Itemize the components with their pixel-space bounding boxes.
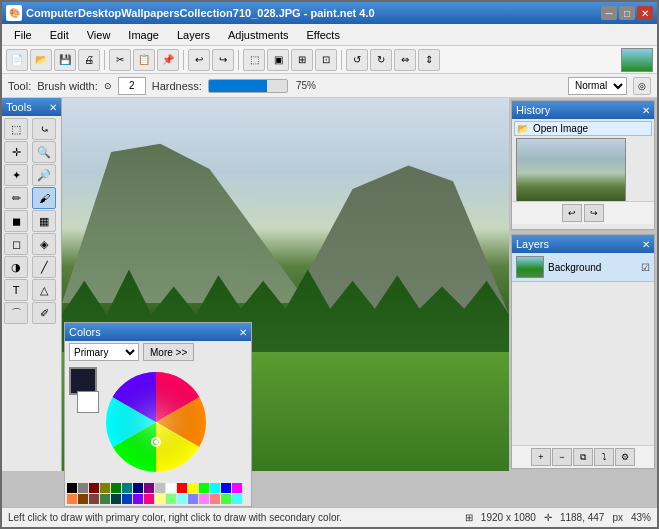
palette-swatch[interactable] (210, 494, 220, 504)
palette-swatch[interactable] (78, 494, 88, 504)
palette-swatch[interactable] (122, 494, 132, 504)
palette-swatch[interactable] (78, 483, 88, 493)
zoom-out-tool[interactable]: 🔎 (32, 164, 56, 186)
menu-image[interactable]: Image (120, 27, 167, 43)
recolor-tool[interactable]: ◑ (4, 256, 28, 278)
save-button[interactable]: 💾 (54, 49, 76, 71)
menu-adjustments[interactable]: Adjustments (220, 27, 297, 43)
redo-button[interactable]: ↪ (212, 49, 234, 71)
print-button[interactable]: 🖨 (78, 49, 100, 71)
menu-edit[interactable]: Edit (42, 27, 77, 43)
layer-properties-button[interactable]: ⚙ (615, 448, 635, 466)
undo-button[interactable]: ↩ (188, 49, 210, 71)
palette-swatch[interactable] (232, 494, 242, 504)
flip-v-button[interactable]: ⇕ (418, 49, 440, 71)
palette-swatch[interactable] (199, 483, 209, 493)
palette-swatch[interactable] (89, 494, 99, 504)
palette-swatch[interactable] (199, 494, 209, 504)
maximize-button[interactable]: □ (619, 6, 635, 20)
magic-wand-tool[interactable]: ✦ (4, 164, 28, 186)
palette-swatch[interactable] (166, 483, 176, 493)
add-layer-button[interactable]: + (531, 448, 551, 466)
close-button[interactable]: ✕ (637, 6, 653, 20)
palette-swatch[interactable] (67, 494, 77, 504)
text-tool[interactable]: T (4, 279, 28, 301)
palette-swatch[interactable] (111, 494, 121, 504)
flip-h-button[interactable]: ⇔ (394, 49, 416, 71)
more-colors-button[interactable]: More >> (143, 343, 194, 361)
palette-swatch[interactable] (133, 494, 143, 504)
rotate-right-button[interactable]: ↻ (370, 49, 392, 71)
gradient-tool[interactable]: ▦ (32, 210, 56, 232)
palette-swatch[interactable] (210, 483, 220, 493)
pencil-tool[interactable]: ✏ (4, 187, 28, 209)
freeform-tool[interactable]: ✐ (32, 302, 56, 324)
new-button[interactable]: 📄 (6, 49, 28, 71)
duplicate-layer-button[interactable]: ⧉ (573, 448, 593, 466)
select-lasso-tool[interactable]: ⤿ (32, 118, 56, 140)
blend-mode-select[interactable]: Normal (568, 77, 627, 95)
merge-layer-button[interactable]: ⤵ (594, 448, 614, 466)
secondary-color-swatch[interactable] (77, 391, 99, 413)
palette-swatch[interactable] (100, 494, 110, 504)
menu-effects[interactable]: Effects (299, 27, 348, 43)
move-tool[interactable]: ✛ (4, 141, 28, 163)
layer-visible-checkbox[interactable]: ☑ (641, 262, 650, 273)
palette-swatch[interactable] (111, 483, 121, 493)
clone-stamp-tool[interactable]: ◈ (32, 233, 56, 255)
crop-button[interactable]: ⊞ (291, 49, 313, 71)
palette-swatch[interactable] (188, 494, 198, 504)
line-tool[interactable]: ╱ (32, 256, 56, 278)
palette-swatch[interactable] (177, 483, 187, 493)
palette-swatch[interactable] (89, 483, 99, 493)
palette-swatch[interactable] (221, 483, 231, 493)
delete-layer-button[interactable]: − (552, 448, 572, 466)
palette-swatch[interactable] (188, 483, 198, 493)
paint-bucket-tool[interactable]: ◼ (4, 210, 28, 232)
palette-swatch[interactable] (144, 483, 154, 493)
history-panel-close[interactable]: ✕ (642, 105, 650, 116)
rotate-left-button[interactable]: ↺ (346, 49, 368, 71)
color-wheel[interactable] (101, 367, 211, 477)
deselect-button[interactable]: ⬚ (243, 49, 265, 71)
layer-background[interactable]: Background ☑ (512, 253, 654, 282)
eraser-tool[interactable]: ◻ (4, 233, 28, 255)
layers-panel-close[interactable]: ✕ (642, 239, 650, 250)
minimize-button[interactable]: ─ (601, 6, 617, 20)
palette-swatch[interactable] (100, 483, 110, 493)
color-mode-select[interactable]: Primary Secondary (69, 343, 139, 361)
tools-panel-close[interactable]: ✕ (49, 102, 57, 113)
palette-swatch[interactable] (155, 494, 165, 504)
resize-button[interactable]: ⊡ (315, 49, 337, 71)
select-all-button[interactable]: ▣ (267, 49, 289, 71)
palette-swatch[interactable] (122, 483, 132, 493)
copy-button[interactable]: 📋 (133, 49, 155, 71)
history-item-open[interactable]: 📂 Open Image (514, 121, 652, 136)
history-undo-button[interactable]: ↩ (562, 204, 582, 222)
shapes-tool[interactable]: △ (32, 279, 56, 301)
palette-swatch[interactable] (144, 494, 154, 504)
zoom-level: 43% (631, 512, 651, 523)
hardness-label: Hardness: (152, 80, 202, 92)
palette-swatch[interactable] (133, 483, 143, 493)
hardness-bar[interactable] (208, 79, 288, 93)
menu-view[interactable]: View (79, 27, 119, 43)
palette-swatch[interactable] (155, 483, 165, 493)
history-redo-button[interactable]: ↪ (584, 204, 604, 222)
open-button[interactable]: 📂 (30, 49, 52, 71)
menu-file[interactable]: File (6, 27, 40, 43)
cut-button[interactable]: ✂ (109, 49, 131, 71)
zoom-in-tool[interactable]: 🔍 (32, 141, 56, 163)
palette-swatch[interactable] (67, 483, 77, 493)
palette-swatch[interactable] (232, 483, 242, 493)
paste-button[interactable]: 📌 (157, 49, 179, 71)
colors-panel-close[interactable]: ✕ (239, 327, 247, 338)
palette-swatch[interactable] (177, 494, 187, 504)
select-rectangle-tool[interactable]: ⬚ (4, 118, 28, 140)
curve-tool[interactable]: ⌒ (4, 302, 28, 324)
brush-tool[interactable]: 🖌 (32, 187, 56, 209)
menu-layers[interactable]: Layers (169, 27, 218, 43)
palette-swatch[interactable] (221, 494, 231, 504)
brush-width-input[interactable] (118, 77, 146, 95)
palette-swatch[interactable] (166, 494, 176, 504)
